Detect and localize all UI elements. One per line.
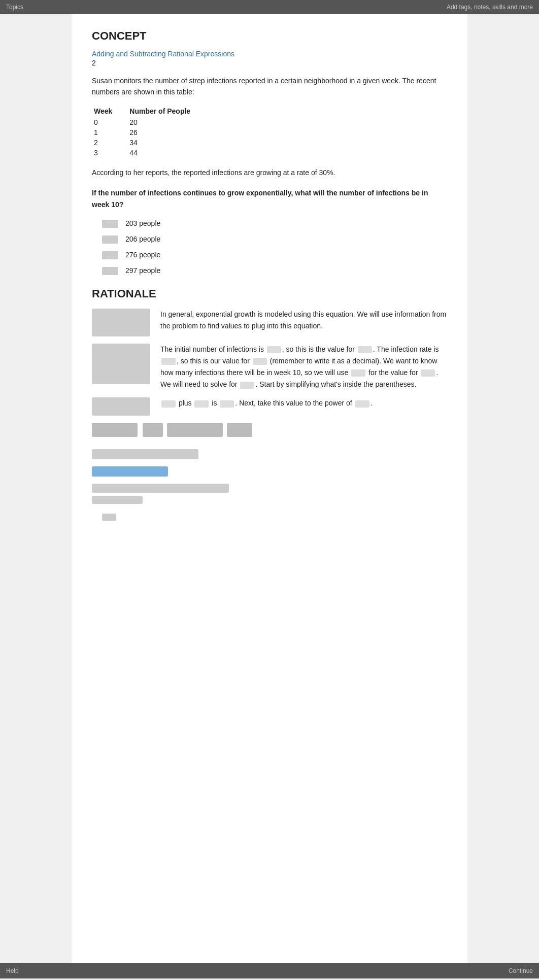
- blank-8: [161, 400, 176, 408]
- blank-3: [161, 358, 176, 365]
- answer-label-4: 297 people: [125, 266, 160, 275]
- top-bar-left: Topics: [6, 4, 23, 11]
- rationale-text-3: plus is . Next, take this value to the p…: [160, 397, 447, 409]
- bottom-radio-option[interactable]: [92, 513, 447, 521]
- page-container: CONCEPT Adding and Subtracting Rational …: [72, 14, 467, 963]
- blank-10: [220, 400, 234, 408]
- eq-img-1: [92, 423, 138, 437]
- rationale-block-2: The initial number of infections is , so…: [92, 344, 447, 390]
- growth-text: According to her reports, the reported i…: [92, 167, 447, 178]
- bottom-nav-bar: Help Continue: [0, 963, 539, 978]
- top-bar-right: Add tags, notes, skills and more: [447, 4, 533, 11]
- answer-option-2[interactable]: 206 people: [92, 235, 447, 244]
- data-table-container: Week Number of People 020126234344: [92, 106, 447, 158]
- question-text: If the number of infections continues to…: [92, 187, 447, 210]
- rationale-image-3: [92, 397, 150, 416]
- eq-img-2: [143, 423, 163, 437]
- answer-options: 203 people 206 people 276 people 297 peo…: [92, 219, 447, 275]
- blank-11: [355, 400, 369, 408]
- bottom-blurred-section: [92, 449, 447, 521]
- blank-2: [358, 346, 372, 353]
- bottom-nav-left[interactable]: Help: [6, 967, 19, 974]
- equation-row: [92, 423, 447, 437]
- blurred-link: [92, 466, 168, 477]
- blank-1: [267, 346, 281, 353]
- table-row: 020: [92, 117, 206, 127]
- blurred-block-1: [92, 449, 198, 459]
- radio-3[interactable]: [102, 251, 118, 259]
- answer-label-2: 206 people: [125, 235, 160, 243]
- rationale-image-1: [92, 309, 150, 336]
- data-table: Week Number of People 020126234344: [92, 106, 206, 158]
- concept-link[interactable]: Adding and Subtracting Rational Expressi…: [92, 50, 447, 58]
- eq-img-4: [227, 423, 252, 437]
- answer-label-3: 276 people: [125, 251, 160, 259]
- blank-7: [240, 382, 254, 389]
- answer-option-1[interactable]: 203 people: [92, 219, 447, 228]
- top-bar: Topics Add tags, notes, skills and more: [0, 0, 539, 14]
- table-row: 126: [92, 127, 206, 138]
- answer-option-3[interactable]: 276 people: [92, 251, 447, 259]
- table-row: 344: [92, 148, 206, 158]
- bottom-radio[interactable]: [102, 514, 116, 521]
- bottom-nav-right[interactable]: Continue: [509, 967, 533, 974]
- radio-4[interactable]: [102, 267, 118, 275]
- blank-9: [194, 400, 209, 408]
- answer-label-1: 203 people: [125, 219, 160, 227]
- rationale-heading: RATIONALE: [92, 287, 447, 300]
- concept-heading: CONCEPT: [92, 29, 447, 43]
- table-header-week: Week: [92, 106, 127, 117]
- rationale-image-2: [92, 344, 150, 384]
- problem-intro: Susan monitors the number of strep infec…: [92, 75, 447, 98]
- radio-2[interactable]: [102, 235, 118, 244]
- blurred-block-3: [92, 496, 143, 504]
- blurred-block-2: [92, 484, 229, 493]
- blank-5: [351, 369, 365, 377]
- rationale-block-3: plus is . Next, take this value to the p…: [92, 397, 447, 416]
- rationale-text-2: The initial number of infections is , so…: [160, 344, 447, 390]
- table-header-people: Number of People: [127, 106, 206, 117]
- concept-number: 2: [92, 59, 447, 67]
- blank-6: [421, 369, 435, 377]
- rationale-text-1: In general, exponential growth is modele…: [160, 309, 447, 332]
- table-row: 234: [92, 138, 206, 148]
- rationale-block-1: In general, exponential growth is modele…: [92, 309, 447, 336]
- blank-4: [253, 358, 267, 365]
- answer-option-4[interactable]: 297 people: [92, 266, 447, 275]
- radio-1[interactable]: [102, 220, 118, 228]
- eq-img-3: [167, 423, 223, 437]
